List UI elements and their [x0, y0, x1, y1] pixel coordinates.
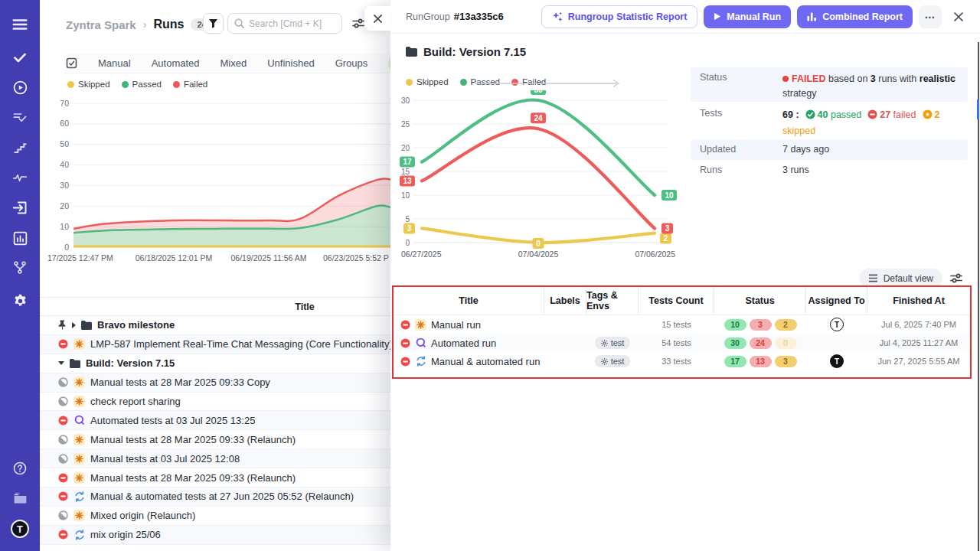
- projects-folders-icon[interactable]: [0, 488, 40, 508]
- mixed-run-icon: [415, 356, 426, 367]
- group-title: Build: Version 7.15: [406, 45, 526, 58]
- manual-run-button[interactable]: Manual Run: [704, 5, 791, 28]
- svg-text:13: 13: [403, 177, 412, 185]
- list-item[interactable]: Manual & automated tests at 27 Jun 2025 …: [40, 487, 390, 507]
- tests-check-icon[interactable]: [0, 47, 40, 67]
- updated-value: 7 days ago: [782, 145, 959, 155]
- analytics-pulse-icon[interactable]: [0, 168, 40, 187]
- rungroup-statistic-report-button[interactable]: Rungroup Statistic Report: [541, 5, 698, 28]
- column-header-assigned-to[interactable]: Assigned To: [806, 287, 867, 315]
- menu-icon[interactable]: [0, 15, 40, 34]
- svg-text:15: 15: [401, 168, 410, 176]
- runs-page: Zyntra Spark › Runs 243 ManualAutomatedM…: [40, 0, 390, 551]
- user-avatar[interactable]: T: [0, 518, 40, 540]
- milestones-steps-icon[interactable]: [0, 138, 40, 158]
- run-title: Manual tests at 28 Mar 2025 09:33 Copy: [90, 377, 270, 388]
- more-actions-button[interactable]: ⋯: [919, 5, 942, 28]
- column-header-finished-at[interactable]: Finished At: [867, 287, 970, 315]
- list-item[interactable]: Manual tests at 03 Jul 2025 12:08: [40, 449, 390, 468]
- list-item[interactable]: LMP-587 Implement Real-Time Chat Messagi…: [40, 335, 390, 354]
- detail-label: Status: [700, 72, 782, 83]
- status-count-pill: 30: [724, 337, 746, 349]
- legend-label: Skipped: [78, 80, 110, 89]
- list-view-icon: [868, 274, 878, 282]
- column-header-tags-envs[interactable]: Tags & Envs: [586, 287, 639, 315]
- list-item[interactable]: Build: Version 7.15: [40, 354, 390, 373]
- list-item[interactable]: Automated tests at 03 Jul 2025 13:25: [40, 411, 390, 430]
- search-box[interactable]: [227, 13, 342, 34]
- tab-unfinished[interactable]: Unfinished: [267, 57, 314, 69]
- tab-manual[interactable]: Manual: [98, 57, 131, 69]
- select-runs-icon[interactable]: [66, 57, 77, 69]
- gear-icon: [601, 358, 608, 365]
- list-item[interactable]: Manual tests at 28 Mar 2025 09:33 Copy: [40, 373, 390, 393]
- breadcrumb-separator: ›: [143, 18, 147, 31]
- column-header-status[interactable]: Status: [714, 287, 806, 315]
- svg-text:3: 3: [407, 224, 412, 233]
- reports-chart-icon[interactable]: [0, 228, 40, 248]
- status-failed-icon: [58, 530, 68, 540]
- detail-label: Tests: [700, 108, 782, 119]
- status-failed-icon: [400, 357, 410, 367]
- combined-report-button[interactable]: Combined Report: [797, 5, 913, 28]
- list-item[interactable]: Mixed origin (Relaunch): [40, 507, 390, 526]
- svg-text:30: 30: [401, 96, 410, 105]
- button-label: Rungroup Statistic Report: [568, 11, 688, 22]
- manual-run-icon: [74, 338, 85, 350]
- list-item[interactable]: Bravo milestone: [40, 316, 390, 335]
- drawer-close-button[interactable]: [948, 6, 969, 28]
- tab-groups[interactable]: Groups: [335, 57, 368, 69]
- import-icon[interactable]: [0, 197, 40, 217]
- settings-gear-icon[interactable]: [0, 291, 40, 311]
- tag-pill[interactable]: test: [595, 337, 631, 349]
- table-header-row: TitleLabelsTags & EnvsTests CountStatusA…: [394, 287, 970, 315]
- assignee-avatar[interactable]: T: [830, 354, 844, 368]
- column-header-labels[interactable]: Labels: [544, 287, 586, 315]
- help-icon[interactable]: [0, 458, 40, 478]
- branches-icon[interactable]: [0, 258, 40, 278]
- table-settings-icon[interactable]: [950, 272, 962, 284]
- manual-run-icon: [74, 377, 85, 388]
- funnel-icon: [208, 18, 218, 28]
- runs-table-body: Bravo milestoneLMP-587 Implement Real-Ti…: [40, 316, 390, 545]
- legend-dot: [406, 79, 413, 86]
- status-inprogress-icon: [58, 435, 68, 445]
- title-column-header: Title: [274, 298, 335, 316]
- runs-filter-tabs: ManualAutomatedMixedUnfinishedGroupstest…: [64, 54, 390, 73]
- assignee-avatar[interactable]: T: [830, 318, 844, 331]
- folder-icon: [406, 47, 417, 57]
- list-item[interactable]: Manual tests at 28 Mar 2025 09:33 (Relau…: [40, 430, 390, 449]
- run-title-cell: Manual run: [394, 315, 544, 334]
- tab-automated[interactable]: Automated: [152, 57, 200, 69]
- breadcrumb-app-name[interactable]: Zyntra Spark: [66, 18, 136, 31]
- scrollbar-thumb[interactable]: [977, 99, 979, 119]
- search-input[interactable]: [249, 18, 333, 29]
- chevron-right-icon[interactable]: [72, 322, 76, 328]
- failed-dot-icon: [782, 76, 789, 82]
- chevron-down-icon[interactable]: [58, 361, 64, 365]
- run-title: Manual & automated run: [431, 356, 540, 367]
- legend-label: Passed: [132, 80, 162, 89]
- filter-button[interactable]: [203, 13, 224, 34]
- column-header-title[interactable]: Title: [394, 287, 544, 315]
- timeline-arrow: [475, 79, 624, 88]
- tag-pill[interactable]: test: [595, 355, 631, 367]
- plans-list-icon[interactable]: [0, 108, 40, 128]
- column-header-tests-count[interactable]: Tests Count: [639, 287, 714, 315]
- drawer-edge-close-button[interactable]: [364, 6, 390, 31]
- columns-settings-icon[interactable]: [352, 18, 364, 32]
- play-icon: [714, 12, 721, 21]
- list-item[interactable]: check report sharing: [40, 393, 390, 412]
- tab-mixed[interactable]: Mixed: [220, 57, 247, 69]
- list-item[interactable]: Manual tests at 28 Mar 2025 09:33 (Relau…: [40, 468, 390, 487]
- list-item[interactable]: mix origin 25/06: [40, 526, 390, 545]
- detail-label: Runs: [700, 165, 782, 175]
- table-row[interactable]: Manual run15 tests1032TJul 6, 2025 7:40 …: [394, 315, 970, 334]
- legend-dot: [67, 81, 74, 88]
- table-row[interactable]: Automated runtest54 tests30240Jul 4, 202…: [394, 334, 970, 352]
- table-row[interactable]: Manual & automated runtest33 tests17133T…: [394, 352, 970, 370]
- runs-play-icon[interactable]: [0, 77, 40, 97]
- status-cell: 1032: [714, 315, 806, 334]
- runs-value: 3 runs: [782, 165, 959, 175]
- skipped-dot-icon: [923, 109, 933, 124]
